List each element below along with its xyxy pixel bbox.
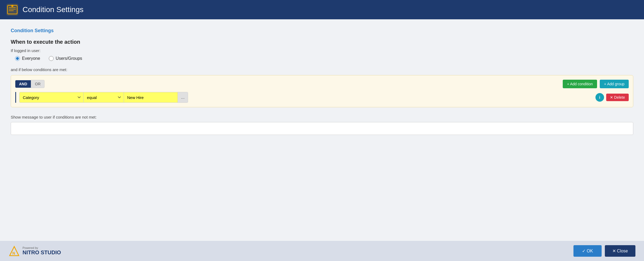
radio-everyone-label: Everyone (22, 56, 40, 61)
close-button[interactable]: ✕ Close (605, 245, 635, 257)
nitro-studio-label: NITRO STUDIO (23, 249, 61, 256)
radio-everyone-option[interactable]: Everyone (15, 56, 40, 61)
condition-row-wrapper: Category equal ... i ✕ Delete (15, 92, 629, 103)
footer-logo-text: Powered by NITRO STUDIO (23, 246, 61, 256)
message-input[interactable] (11, 122, 633, 135)
ok-button[interactable]: ✓ OK (573, 245, 602, 257)
footer-logo: N Powered by NITRO STUDIO (9, 245, 61, 257)
powered-by-label: Powered by (23, 246, 61, 249)
section-title: Condition Settings (11, 28, 633, 34)
logged-in-label: If logged in user: (11, 48, 633, 53)
svg-text:N: N (12, 251, 15, 255)
value-input-wrapper: ... (124, 92, 188, 103)
when-title: When to execute the action (11, 39, 633, 45)
info-button[interactable]: i (595, 93, 604, 102)
header-title: Condition Settings (23, 5, 83, 14)
radio-everyone-input[interactable] (15, 56, 20, 61)
main-content: Condition Settings When to execute the a… (0, 19, 644, 241)
and-or-group: AND OR (15, 80, 45, 88)
add-group-button[interactable]: + Add group (600, 80, 629, 88)
radio-users-groups-option[interactable]: Users/Groups (49, 56, 82, 61)
footer: N Powered by NITRO STUDIO ✓ OK ✕ Close (0, 241, 644, 261)
value-input[interactable] (124, 92, 178, 102)
footer-buttons: ✓ OK ✕ Close (573, 245, 635, 257)
or-button[interactable]: OR (31, 80, 45, 88)
message-label: Show message to user if conditions are n… (11, 115, 633, 119)
and-button[interactable]: AND (15, 80, 31, 88)
condition-header: AND OR + Add condition + Add group (15, 80, 629, 88)
condition-settings-icon (6, 4, 18, 16)
radio-group: Everyone Users/Groups (15, 56, 633, 61)
condition-row: Category equal ... (19, 92, 591, 103)
svg-point-5 (11, 5, 13, 7)
add-buttons-group: + Add condition + Add group (563, 80, 629, 88)
condition-actions: i ✕ Delete (595, 93, 629, 102)
delete-button[interactable]: ✕ Delete (606, 94, 629, 101)
conditions-label: and if below conditions are met: (11, 67, 633, 72)
condition-box: AND OR + Add condition + Add group Categ… (11, 75, 633, 107)
radio-users-groups-label: Users/Groups (56, 56, 82, 61)
category-select[interactable]: Category (19, 92, 84, 103)
add-condition-button[interactable]: + Add condition (563, 80, 597, 88)
nitro-logo-icon: N (9, 245, 20, 257)
radio-users-groups-input[interactable] (49, 56, 54, 61)
dots-button[interactable]: ... (178, 92, 188, 102)
equal-select[interactable]: equal (84, 92, 124, 103)
header: Condition Settings (0, 0, 644, 19)
